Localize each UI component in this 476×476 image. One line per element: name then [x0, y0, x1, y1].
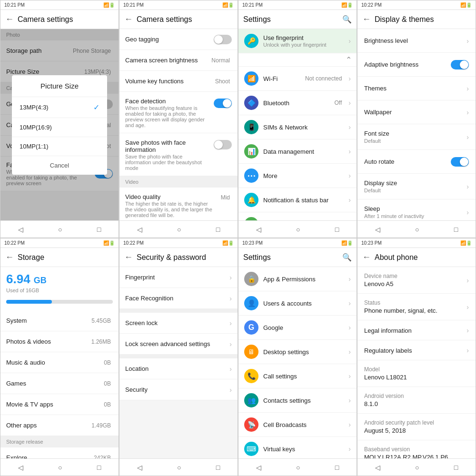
security-item[interactable]: Security › — [119, 379, 238, 400]
nav-back-p7[interactable]: ◁ — [256, 464, 261, 471]
battery-item[interactable]: 🔋 Battery & power saving › — [238, 212, 357, 220]
geo-tag-item2[interactable]: Geo tagging — [119, 29, 238, 50]
nav-back-p1[interactable]: ◁ — [18, 226, 23, 233]
face-recog-item[interactable]: Face Recognition › — [119, 288, 238, 309]
themes-item[interactable]: Themes › — [357, 77, 476, 100]
wifi-item[interactable]: 📶 Wi-Fi Not connected › — [238, 67, 357, 91]
fingerprint-sec-item[interactable]: Fingerprint › — [119, 267, 238, 288]
save-face-toggle[interactable] — [214, 140, 232, 149]
dialog-option-13mp[interactable]: 13MP(4:3) ✓ — [12, 97, 107, 118]
search-icon-p7[interactable]: 🔍 — [342, 253, 352, 262]
vol-key-item2[interactable]: Volume key functions Shoot — [119, 71, 238, 92]
save-face-item[interactable]: Save photos with face information Save t… — [119, 133, 238, 176]
camera-detail-scroll[interactable]: Geo tagging Camera screen brightness Nor… — [119, 29, 238, 220]
screen-lock-item[interactable]: Screen lock › — [119, 313, 238, 334]
games-item[interactable]: Games 0B — [0, 373, 119, 394]
back-button-p6[interactable]: ← — [124, 252, 133, 262]
other-apps-item[interactable]: Other apps 1.49GB — [0, 415, 119, 436]
app-perm-item[interactable]: 🔒 App & Permissions › — [238, 267, 357, 291]
auto-rotate-item[interactable]: Auto rotate — [357, 150, 476, 174]
nav-home-p8[interactable]: ○ — [415, 464, 419, 471]
chevron-wifi: › — [348, 75, 351, 82]
status-time-p2: 10:21 PM — [123, 2, 144, 8]
google-item[interactable]: G Google › — [238, 316, 357, 340]
cell-broadcast-item[interactable]: 📡 Cell Broadcasts › — [238, 413, 357, 437]
more-item[interactable]: ⋯ More › — [238, 164, 357, 188]
nav-back-p2[interactable]: ◁ — [137, 226, 142, 233]
chevron-rl: › — [466, 347, 469, 354]
nav-home-p1[interactable]: ○ — [58, 226, 62, 233]
lock-adv-item[interactable]: Lock screen advanced settings › — [119, 334, 238, 355]
settings-main-scroll[interactable]: 🔑 Use fingerprint Unlock with your finge… — [238, 29, 357, 220]
status-info-item[interactable]: Status Phone number, signal, etc. › — [357, 294, 476, 320]
nav-home-p4[interactable]: ○ — [415, 226, 419, 233]
nav-back-p4[interactable]: ◁ — [375, 226, 380, 233]
call-item[interactable]: 📞 Call settings › — [238, 364, 357, 388]
legal-item[interactable]: Legal information › — [357, 320, 476, 340]
nav-recent-p2[interactable]: □ — [216, 226, 220, 233]
nav-home-p2[interactable]: ○ — [177, 226, 181, 233]
nav-back-p6[interactable]: ◁ — [137, 464, 142, 471]
wallpaper-item[interactable]: Wallpaper › — [357, 100, 476, 124]
geo-tag-toggle2[interactable] — [214, 35, 232, 44]
nav-home-p7[interactable]: ○ — [296, 464, 300, 471]
search-icon-p3[interactable]: 🔍 — [342, 15, 352, 24]
bluetooth-item[interactable]: 🔷 Bluetooth Off › — [238, 91, 357, 115]
back-button-p8[interactable]: ← — [362, 252, 371, 262]
data-mgmt-item[interactable]: 📊 Data management › — [238, 139, 357, 164]
notif-item[interactable]: 🔔 Notification & status bar › — [238, 188, 357, 212]
nav-recent-p6[interactable]: □ — [216, 464, 220, 471]
adaptive-bright-toggle[interactable] — [451, 60, 469, 69]
nav-back-p8[interactable]: ◁ — [375, 464, 380, 471]
storage-used-text: Used of 16GB — [6, 288, 113, 293]
nav-recent-p4[interactable]: □ — [454, 226, 458, 233]
dialog-cancel-button[interactable]: Cancel — [12, 156, 107, 175]
nav-recent-p7[interactable]: □ — [335, 464, 339, 471]
music-item[interactable]: Music & audio 0B — [0, 352, 119, 373]
font-size-item[interactable]: Font size Default › — [357, 124, 476, 150]
back-button-p4[interactable]: ← — [362, 14, 371, 24]
desktop-item[interactable]: 🖥 Desktop settings › — [238, 340, 357, 364]
dialog-option-10mp11[interactable]: 10MP(1:1) — [12, 137, 107, 156]
nav-home-p5[interactable]: ○ — [58, 464, 62, 471]
movie-item[interactable]: Movie & TV apps 0B — [0, 394, 119, 415]
sims-network-item[interactable]: 📱 SIMs & Network › — [238, 115, 357, 139]
regulatory-item[interactable]: Regulatory labels › — [357, 340, 476, 360]
location-item[interactable]: Location › — [119, 358, 238, 379]
collapse-arrow[interactable]: ⌃ — [346, 55, 352, 64]
virtual-keys-item[interactable]: ⌨ Virtual keys › — [238, 437, 357, 458]
explore-item[interactable]: Explore 242KB — [0, 447, 119, 458]
display-themes-scroll[interactable]: Brightness level › Adaptive brightness T… — [357, 29, 476, 220]
adaptive-bright-item[interactable]: Adaptive brightness — [357, 53, 476, 77]
back-button-p2[interactable]: ← — [124, 14, 133, 24]
back-button-p5[interactable]: ← — [5, 252, 14, 262]
nav-recent-p5[interactable]: □ — [97, 464, 101, 471]
back-button-p1[interactable]: ← — [5, 14, 14, 24]
sleep-item[interactable]: Sleep After 1 minute of inactivity › — [357, 199, 476, 220]
about-scroll[interactable]: Device name Lenovo A5 › Status Phone num… — [357, 267, 476, 458]
nav-recent-p1[interactable]: □ — [97, 226, 101, 233]
nav-home-p6[interactable]: ○ — [177, 464, 181, 471]
device-name-item[interactable]: Device name Lenovo A5 › — [357, 267, 476, 294]
face-det-item2[interactable]: Face detection When the beautifying feat… — [119, 92, 238, 133]
cam-bright-item2[interactable]: Camera screen brightness Normal — [119, 50, 238, 71]
photos-item[interactable]: Photos & videos 1.26MB — [0, 331, 119, 352]
brightness-level-item[interactable]: Brightness level › — [357, 29, 476, 53]
video-quality-item[interactable]: Video quality The higher the bit rate is… — [119, 188, 238, 220]
nav-recent-p8[interactable]: □ — [454, 464, 458, 471]
nav-back-p3[interactable]: ◁ — [256, 226, 261, 233]
nav-recent-p3[interactable]: □ — [335, 226, 339, 233]
bottom-nav-p6: ◁ ○ □ — [119, 458, 238, 476]
contacts-item[interactable]: 👥 Contacts settings › — [238, 388, 357, 413]
storage-scroll[interactable]: 6.94 GB Used of 16GB System 5.45GB Photo… — [0, 267, 119, 458]
fingerprint-item[interactable]: 🔑 Use fingerprint Unlock with your finge… — [238, 29, 357, 53]
face-det-toggle2[interactable] — [214, 99, 232, 108]
nav-back-p5[interactable]: ◁ — [18, 464, 23, 471]
auto-rotate-toggle[interactable] — [451, 157, 469, 167]
users-acct-item[interactable]: 👤 Users & accounts › — [238, 291, 357, 316]
security-scroll[interactable]: Fingerprint › Face Recognition › Screen … — [119, 267, 238, 458]
nav-home-p3[interactable]: ○ — [296, 226, 300, 233]
dialog-option-10mp169[interactable]: 10MP(16:9) — [12, 118, 107, 137]
display-size-item[interactable]: Display size Default › — [357, 174, 476, 199]
settings-users-scroll[interactable]: 🔒 App & Permissions › 👤 Users & accounts… — [238, 267, 357, 458]
